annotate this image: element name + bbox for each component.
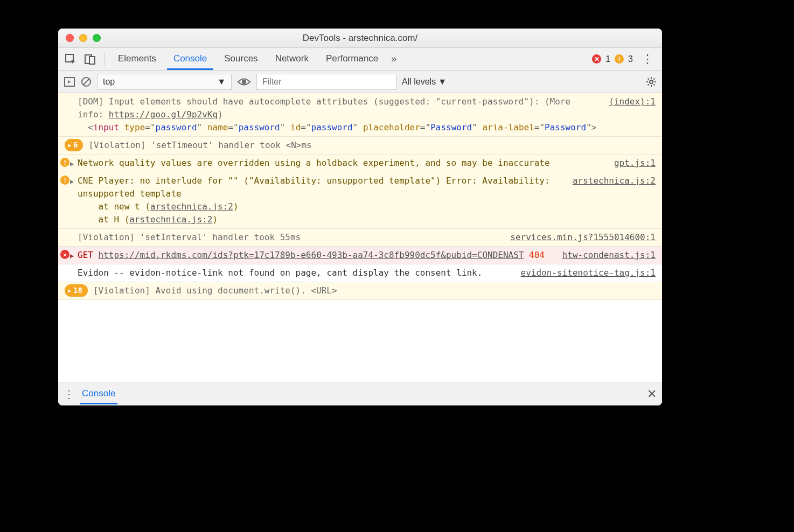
close-drawer-icon[interactable]: ✕ xyxy=(647,387,657,401)
source-link[interactable]: gpt.js:1 xyxy=(603,157,656,170)
devtools-window: DevTools - arstechnica.com/ Elements Con… xyxy=(58,29,662,405)
chevron-down-icon: ▼ xyxy=(217,77,226,87)
chevron-down-icon: ▼ xyxy=(438,77,447,87)
message-text: [DOM] Input elements should have autocom… xyxy=(78,95,598,134)
warning-icon: ! xyxy=(60,158,69,167)
expand-icon: ▶ xyxy=(68,286,71,295)
svg-point-7 xyxy=(650,80,653,83)
source-link[interactable]: htw-condenast.js:1 xyxy=(552,249,656,262)
source-link[interactable]: arstechnica.js:2 xyxy=(562,174,656,187)
source-link[interactable]: (index):1 xyxy=(598,95,656,108)
message-text: Evidon -- evidon-notice-link not found o… xyxy=(78,267,510,279)
message-text: GET https://mid.rkdms.com/ids?ptk=17c178… xyxy=(78,249,552,262)
log-levels-selector[interactable]: All levels ▼ xyxy=(402,77,447,87)
repeat-count-pill[interactable]: ▶6 xyxy=(65,139,83,151)
message-text: Network quality values are overridden us… xyxy=(78,157,603,170)
filter-input[interactable] xyxy=(256,74,396,90)
svg-rect-2 xyxy=(89,57,95,64)
error-count: 1 xyxy=(605,54,610,64)
warning-icon: ! xyxy=(60,176,69,185)
console-settings-icon[interactable] xyxy=(646,76,657,87)
panel-tabs: Elements Console Sources Network Perform… xyxy=(112,48,385,70)
console-message: ! ▶ CNE Player: no interlude for "" ("Av… xyxy=(58,172,662,229)
console-toolbar: top ▼ All levels ▼ xyxy=(58,71,662,93)
context-selector[interactable]: top ▼ xyxy=(97,74,232,90)
console-message: ✕ ▶ GET https://mid.rkdms.com/ids?ptk=17… xyxy=(58,247,662,264)
main-tabbar: Elements Console Sources Network Perform… xyxy=(58,48,662,71)
svg-line-12 xyxy=(648,78,649,79)
svg-line-5 xyxy=(83,79,89,85)
tabbar-right: ✕ 1 ! 3 ⋮ xyxy=(592,52,658,66)
console-message: ! ▶ Network quality values are overridde… xyxy=(58,155,662,172)
error-count-icon[interactable]: ✕ xyxy=(592,54,601,64)
console-message: ▶6 [Violation] 'setTimeout' handler took… xyxy=(58,137,662,155)
close-window-button[interactable] xyxy=(66,34,74,42)
request-url[interactable]: https://mid.rkdms.com/ids?ptk=17c1789b-e… xyxy=(99,250,524,260)
drawer: ⋮ Console ✕ xyxy=(58,382,662,405)
console-message: Evidon -- evidon-notice-link not found o… xyxy=(58,264,662,282)
error-icon: ✕ xyxy=(60,250,69,259)
message-text: [Violation] 'setInterval' handler took 5… xyxy=(78,231,499,244)
repeat-count-pill[interactable]: ▶18 xyxy=(65,284,88,297)
tab-network[interactable]: Network xyxy=(269,48,315,70)
window-title: DevTools - arstechnica.com/ xyxy=(58,33,662,44)
console-message: [DOM] Input elements should have autocom… xyxy=(58,93,662,137)
svg-line-15 xyxy=(653,78,654,79)
levels-label: All levels xyxy=(402,77,436,87)
stack-link[interactable]: arstechnica.js:2 xyxy=(129,214,212,225)
info-link[interactable]: https://goo.gl/9p2vKq xyxy=(109,109,218,120)
more-tabs-icon[interactable]: » xyxy=(388,53,400,65)
expand-icon[interactable]: ▶ xyxy=(70,177,74,186)
console-message: [Violation] 'setInterval' handler took 5… xyxy=(58,229,662,247)
live-expression-icon[interactable] xyxy=(237,77,251,87)
expand-icon[interactable]: ▶ xyxy=(70,251,74,261)
tab-console[interactable]: Console xyxy=(167,48,213,70)
message-text: CNE Player: no interlude for "" ("Availa… xyxy=(78,174,562,226)
divider xyxy=(105,52,105,66)
traffic-lights xyxy=(58,34,101,42)
drawer-tab-console[interactable]: Console xyxy=(80,383,117,404)
titlebar: DevTools - arstechnica.com/ xyxy=(58,29,662,48)
expand-icon[interactable]: ▶ xyxy=(70,159,74,169)
clear-console-icon[interactable] xyxy=(81,76,92,87)
warning-count-icon[interactable]: ! xyxy=(615,54,624,64)
console-output: [DOM] Input elements should have autocom… xyxy=(58,93,662,382)
expand-icon: ▶ xyxy=(68,141,71,149)
maximize-window-button[interactable] xyxy=(93,34,101,42)
context-value: top xyxy=(103,77,115,87)
message-text: [Violation] 'setTimeout' handler took <N… xyxy=(88,139,656,152)
svg-line-13 xyxy=(653,84,654,85)
console-message: ▶18 [Violation] Avoid using document.wri… xyxy=(58,282,662,300)
stack-link[interactable]: arstechnica.js:2 xyxy=(150,201,233,212)
minimize-window-button[interactable] xyxy=(79,34,87,42)
drawer-menu-icon[interactable]: ⋮ xyxy=(64,388,74,401)
source-link[interactable]: services.min.js?1555014600:1 xyxy=(499,231,656,244)
svg-point-6 xyxy=(242,80,246,84)
toggle-sidebar-icon[interactable] xyxy=(64,76,75,88)
message-text: [Violation] Avoid using document.write()… xyxy=(93,284,656,297)
tab-performance[interactable]: Performance xyxy=(319,48,385,70)
svg-line-14 xyxy=(648,84,649,85)
device-toolbar-icon[interactable] xyxy=(82,51,98,67)
warning-count: 3 xyxy=(628,54,633,64)
inspect-element-icon[interactable] xyxy=(62,51,79,67)
tab-elements[interactable]: Elements xyxy=(112,48,163,70)
tab-sources[interactable]: Sources xyxy=(218,48,264,70)
source-link[interactable]: evidon-sitenotice-tag.js:1 xyxy=(510,267,656,279)
settings-menu-icon[interactable]: ⋮ xyxy=(637,52,658,66)
